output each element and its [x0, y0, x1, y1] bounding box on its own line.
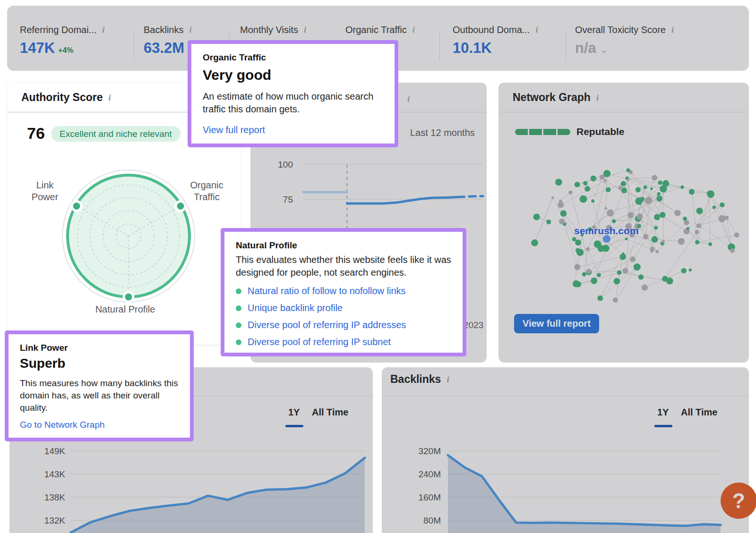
metric-label: Overall Toxicity Score	[575, 25, 666, 35]
chevron-down-icon[interactable]: ⌄	[600, 44, 608, 55]
bullet-link[interactable]: Diverse pool of referring IP subnet	[248, 337, 391, 347]
green-dot-icon	[236, 305, 241, 311]
info-icon[interactable]: i	[407, 94, 410, 104]
tab-active-underline	[654, 425, 672, 427]
svg-text:138K: 138K	[44, 492, 66, 502]
tooltip-natural-profile: Natural Profile This evaluates whether t…	[221, 228, 466, 356]
tab-1y[interactable]: 1Y	[657, 407, 669, 418]
svg-text:2023: 2023	[464, 320, 483, 330]
network-graph-card: Network Graphi Reputable semrush.com Vie…	[498, 83, 749, 363]
tooltip-body: An estimate of how much organic search t…	[203, 90, 383, 116]
reputation-label: Reputable	[576, 126, 625, 137]
tooltip-rating: Superb	[20, 356, 179, 371]
metric-organic-traffic: Organic Traffici	[345, 25, 415, 35]
svg-text:160M: 160M	[418, 492, 441, 502]
svg-text:149K: 149K	[44, 446, 66, 456]
period-label: Last 12 months	[410, 127, 475, 138]
backlinks-chart: 320M240M160M80M	[382, 439, 749, 533]
card-title: Authority Score	[21, 91, 103, 103]
view-full-report-link[interactable]: View full report	[203, 125, 383, 135]
metric-outbound-domains: Outbound Doma...i 10.1K	[453, 25, 538, 57]
metric-value: n/a	[575, 40, 596, 56]
svg-text:132K: 132K	[44, 516, 66, 525]
info-icon[interactable]: i	[304, 25, 306, 35]
radar-label-link-power: Link Power	[24, 179, 66, 203]
info-icon[interactable]: i	[189, 25, 191, 35]
semrush-dashboard: Referring Domai...i 147K+4% Backlinksi 6…	[0, 0, 756, 533]
green-dot-icon	[236, 288, 241, 294]
metric-label: Monthly Visits	[240, 25, 298, 35]
metric-delta: +4%	[58, 46, 73, 54]
tooltip-bullet-list: Natural ratio of follow to nofollow link…	[236, 286, 451, 347]
green-dot-icon	[236, 322, 241, 328]
bullet-link[interactable]: Diverse pool of referring IP addresses	[248, 320, 406, 330]
svg-text:75: 75	[283, 195, 293, 204]
bullet-link[interactable]: Natural ratio of follow to nofollow link…	[248, 286, 406, 296]
network-graph[interactable]	[503, 142, 744, 333]
tooltip-title: Link Power	[20, 343, 179, 353]
bullet-link[interactable]: Unique backlink profile	[248, 303, 343, 313]
svg-text:143K: 143K	[44, 469, 66, 479]
tooltip-body: This evaluates whether this website feel…	[236, 254, 451, 279]
tooltip-title: Organic Traffic	[203, 52, 383, 63]
metric-label: Referring Domai...	[20, 25, 96, 35]
tooltip-link-power: Link Power Superb This measures how many…	[5, 330, 194, 441]
metric-value: 10.1K	[453, 40, 492, 56]
bullet-item: Natural ratio of follow to nofollow link…	[236, 286, 451, 296]
referring-domains-chart: 149K143K138K132K	[9, 439, 373, 533]
svg-text:240M: 240M	[418, 469, 441, 479]
tab-1y[interactable]: 1Y	[288, 407, 300, 418]
radar-point-link-power	[72, 202, 81, 211]
metric-value: 147K	[20, 40, 55, 56]
divider	[134, 30, 134, 60]
metric-label: Organic Traffic	[345, 25, 407, 35]
reputation-meter	[515, 129, 570, 135]
tab-all-time[interactable]: All Time	[312, 407, 348, 418]
backlinks-card: Backlinksi 1Y All Time 320M240M160M80M	[382, 367, 749, 533]
divider	[439, 30, 440, 60]
info-icon[interactable]: i	[447, 374, 449, 385]
divider	[382, 396, 749, 396]
view-full-report-button[interactable]: View full report	[514, 314, 599, 333]
tab-all-time[interactable]: All Time	[681, 407, 717, 418]
info-icon[interactable]: i	[109, 93, 111, 103]
info-icon[interactable]: i	[596, 93, 599, 103]
svg-text:100: 100	[278, 160, 293, 169]
metric-label: Outbound Doma...	[453, 25, 530, 35]
metric-monthly-visits: Monthly Visitsi	[240, 25, 306, 35]
radar-label-organic-traffic: Organic Traffic	[182, 179, 232, 203]
authority-score-value: 76	[27, 124, 45, 143]
card-title: Network Graph	[513, 91, 591, 103]
bullet-item: Unique backlink profile	[236, 303, 451, 313]
go-to-network-graph-link[interactable]: Go to Network Graph	[20, 420, 179, 430]
card-title: Backlinks	[390, 373, 441, 385]
tooltip-rating: Very good	[203, 67, 383, 83]
bullet-item: Diverse pool of referring IP subnet	[236, 337, 451, 347]
metric-referring-domains: Referring Domai...i 147K+4%	[20, 25, 105, 57]
svg-text:320M: 320M	[418, 446, 441, 456]
metric-backlinks: Backlinksi 63.2M	[144, 25, 192, 57]
tooltip-organic-traffic: Organic Traffic Very good An estimate of…	[188, 40, 398, 147]
info-icon[interactable]: i	[671, 25, 674, 35]
divider	[566, 30, 566, 60]
help-button[interactable]: ?	[721, 482, 756, 519]
bullet-item: Diverse pool of referring IP addresses	[236, 320, 451, 330]
info-icon[interactable]: i	[102, 25, 104, 35]
divider	[498, 112, 749, 112]
green-dot-icon	[236, 339, 241, 345]
radar-point-natural-profile	[124, 292, 133, 302]
metric-label: Backlinks	[144, 25, 183, 35]
radar-label-natural-profile: Natural Profile	[85, 304, 165, 315]
authority-score-badge: Excellent and niche relevant	[51, 126, 180, 142]
metric-toxicity-score: Overall Toxicity Scorei n/a⌄	[575, 25, 674, 57]
info-icon[interactable]: i	[412, 25, 415, 35]
tooltip-body: This measures how many backlinks this do…	[20, 377, 179, 414]
network-center-domain[interactable]: semrush.com	[574, 225, 639, 237]
svg-text:80M: 80M	[423, 516, 441, 525]
metric-value: 63.2M	[144, 40, 184, 56]
tooltip-title: Natural Profile	[236, 240, 451, 251]
tab-active-underline	[285, 425, 303, 427]
info-icon[interactable]: i	[535, 25, 538, 35]
